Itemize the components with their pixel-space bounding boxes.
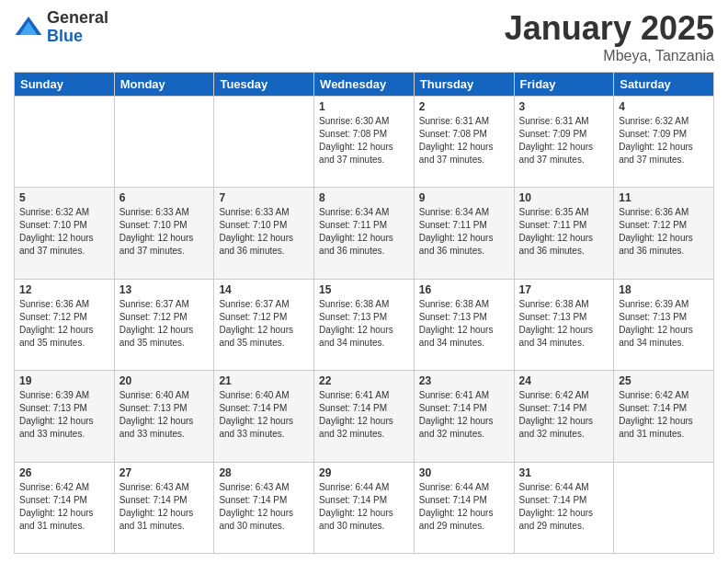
day-header: Wednesday — [314, 73, 415, 97]
day-number: 31 — [519, 466, 609, 479]
calendar-cell: 29Sunrise: 6:44 AM Sunset: 7:14 PM Dayli… — [314, 462, 415, 553]
header-row: SundayMondayTuesdayWednesdayThursdayFrid… — [15, 73, 714, 97]
day-number: 8 — [319, 191, 409, 204]
day-number: 19 — [19, 374, 109, 387]
day-header: Friday — [514, 73, 614, 97]
day-info: Sunrise: 6:33 AM Sunset: 7:10 PM Dayligh… — [219, 206, 309, 258]
day-info: Sunrise: 6:40 AM Sunset: 7:13 PM Dayligh… — [119, 389, 210, 441]
day-info: Sunrise: 6:38 AM Sunset: 7:13 PM Dayligh… — [319, 298, 409, 350]
calendar-cell: 31Sunrise: 6:44 AM Sunset: 7:14 PM Dayli… — [514, 462, 614, 553]
day-number: 18 — [619, 283, 709, 296]
day-number: 22 — [319, 374, 409, 387]
calendar-cell — [614, 462, 714, 553]
day-info: Sunrise: 6:38 AM Sunset: 7:13 PM Dayligh… — [519, 298, 609, 350]
day-number: 9 — [419, 191, 509, 204]
calendar-cell: 7Sunrise: 6:33 AM Sunset: 7:10 PM Daylig… — [214, 188, 314, 279]
day-number: 3 — [519, 100, 609, 113]
day-number: 14 — [219, 283, 309, 296]
day-number: 6 — [119, 191, 210, 204]
calendar-week: 19Sunrise: 6:39 AM Sunset: 7:13 PM Dayli… — [15, 371, 714, 462]
calendar-cell: 17Sunrise: 6:38 AM Sunset: 7:13 PM Dayli… — [514, 279, 614, 370]
calendar-cell: 23Sunrise: 6:41 AM Sunset: 7:14 PM Dayli… — [414, 371, 514, 462]
day-number: 13 — [119, 283, 210, 296]
day-number: 27 — [119, 466, 210, 479]
calendar-cell: 2Sunrise: 6:31 AM Sunset: 7:08 PM Daylig… — [414, 97, 514, 188]
day-number: 30 — [419, 466, 509, 479]
calendar-week: 26Sunrise: 6:42 AM Sunset: 7:14 PM Dayli… — [15, 462, 714, 553]
calendar-cell: 4Sunrise: 6:32 AM Sunset: 7:09 PM Daylig… — [614, 97, 714, 188]
calendar-cell: 8Sunrise: 6:34 AM Sunset: 7:11 PM Daylig… — [314, 188, 415, 279]
day-info: Sunrise: 6:38 AM Sunset: 7:13 PM Dayligh… — [419, 298, 509, 350]
calendar-cell: 28Sunrise: 6:43 AM Sunset: 7:14 PM Dayli… — [214, 462, 314, 553]
day-info: Sunrise: 6:41 AM Sunset: 7:14 PM Dayligh… — [319, 389, 409, 441]
title-section: January 2025 Mbeya, Tanzania — [505, 9, 714, 64]
day-info: Sunrise: 6:34 AM Sunset: 7:11 PM Dayligh… — [319, 206, 409, 258]
day-number: 12 — [19, 283, 109, 296]
logo-general: General — [47, 9, 108, 28]
day-info: Sunrise: 6:42 AM Sunset: 7:14 PM Dayligh… — [519, 389, 609, 441]
page: General Blue January 2025 Mbeya, Tanzani… — [0, 0, 728, 563]
calendar-table: SundayMondayTuesdayWednesdayThursdayFrid… — [14, 72, 714, 554]
day-header: Thursday — [414, 73, 514, 97]
day-info: Sunrise: 6:32 AM Sunset: 7:09 PM Dayligh… — [619, 115, 709, 167]
calendar-week: 12Sunrise: 6:36 AM Sunset: 7:12 PM Dayli… — [15, 279, 714, 370]
day-number: 2 — [419, 100, 509, 113]
day-info: Sunrise: 6:44 AM Sunset: 7:14 PM Dayligh… — [419, 481, 509, 533]
day-info: Sunrise: 6:43 AM Sunset: 7:14 PM Dayligh… — [119, 481, 210, 533]
calendar-cell: 26Sunrise: 6:42 AM Sunset: 7:14 PM Dayli… — [15, 462, 115, 553]
day-number: 15 — [319, 283, 409, 296]
day-info: Sunrise: 6:32 AM Sunset: 7:10 PM Dayligh… — [19, 206, 109, 258]
calendar-cell: 9Sunrise: 6:34 AM Sunset: 7:11 PM Daylig… — [414, 188, 514, 279]
calendar-cell: 14Sunrise: 6:37 AM Sunset: 7:12 PM Dayli… — [214, 279, 314, 370]
day-number: 21 — [219, 374, 309, 387]
day-number: 17 — [519, 283, 609, 296]
logo-text: General Blue — [47, 9, 108, 46]
day-number: 7 — [219, 191, 309, 204]
day-number: 1 — [319, 100, 409, 113]
calendar-cell: 24Sunrise: 6:42 AM Sunset: 7:14 PM Dayli… — [514, 371, 614, 462]
day-number: 23 — [419, 374, 509, 387]
calendar-cell: 11Sunrise: 6:36 AM Sunset: 7:12 PM Dayli… — [614, 188, 714, 279]
day-number: 20 — [119, 374, 210, 387]
calendar-cell: 20Sunrise: 6:40 AM Sunset: 7:13 PM Dayli… — [114, 371, 214, 462]
calendar-cell: 15Sunrise: 6:38 AM Sunset: 7:13 PM Dayli… — [314, 279, 415, 370]
day-info: Sunrise: 6:42 AM Sunset: 7:14 PM Dayligh… — [619, 389, 709, 441]
day-number: 24 — [519, 374, 609, 387]
day-number: 16 — [419, 283, 509, 296]
day-number: 4 — [619, 100, 709, 113]
day-info: Sunrise: 6:43 AM Sunset: 7:14 PM Dayligh… — [219, 481, 309, 533]
calendar-cell: 19Sunrise: 6:39 AM Sunset: 7:13 PM Dayli… — [15, 371, 115, 462]
calendar-cell — [114, 97, 214, 188]
header: General Blue January 2025 Mbeya, Tanzani… — [14, 9, 714, 64]
calendar-cell: 5Sunrise: 6:32 AM Sunset: 7:10 PM Daylig… — [15, 188, 115, 279]
calendar-week: 5Sunrise: 6:32 AM Sunset: 7:10 PM Daylig… — [15, 188, 714, 279]
month-title: January 2025 — [505, 9, 714, 48]
day-info: Sunrise: 6:39 AM Sunset: 7:13 PM Dayligh… — [619, 298, 709, 350]
day-info: Sunrise: 6:39 AM Sunset: 7:13 PM Dayligh… — [19, 389, 109, 441]
day-header: Sunday — [15, 73, 115, 97]
calendar-cell: 6Sunrise: 6:33 AM Sunset: 7:10 PM Daylig… — [114, 188, 214, 279]
day-header: Tuesday — [214, 73, 314, 97]
day-header: Monday — [114, 73, 214, 97]
calendar-cell — [214, 97, 314, 188]
day-info: Sunrise: 6:35 AM Sunset: 7:11 PM Dayligh… — [519, 206, 609, 258]
calendar-cell: 27Sunrise: 6:43 AM Sunset: 7:14 PM Dayli… — [114, 462, 214, 553]
logo-icon — [14, 13, 43, 42]
calendar-cell: 12Sunrise: 6:36 AM Sunset: 7:12 PM Dayli… — [15, 279, 115, 370]
logo: General Blue — [14, 9, 108, 46]
day-number: 26 — [19, 466, 109, 479]
calendar-cell: 13Sunrise: 6:37 AM Sunset: 7:12 PM Dayli… — [114, 279, 214, 370]
day-info: Sunrise: 6:41 AM Sunset: 7:14 PM Dayligh… — [419, 389, 509, 441]
location: Mbeya, Tanzania — [505, 48, 714, 64]
day-info: Sunrise: 6:42 AM Sunset: 7:14 PM Dayligh… — [19, 481, 109, 533]
day-info: Sunrise: 6:34 AM Sunset: 7:11 PM Dayligh… — [419, 206, 509, 258]
day-info: Sunrise: 6:36 AM Sunset: 7:12 PM Dayligh… — [19, 298, 109, 350]
day-number: 28 — [219, 466, 309, 479]
day-number: 25 — [619, 374, 709, 387]
day-info: Sunrise: 6:44 AM Sunset: 7:14 PM Dayligh… — [319, 481, 409, 533]
calendar-cell: 18Sunrise: 6:39 AM Sunset: 7:13 PM Dayli… — [614, 279, 714, 370]
calendar-week: 1Sunrise: 6:30 AM Sunset: 7:08 PM Daylig… — [15, 97, 714, 188]
day-number: 10 — [519, 191, 609, 204]
day-info: Sunrise: 6:37 AM Sunset: 7:12 PM Dayligh… — [119, 298, 210, 350]
calendar-cell: 1Sunrise: 6:30 AM Sunset: 7:08 PM Daylig… — [314, 97, 415, 188]
